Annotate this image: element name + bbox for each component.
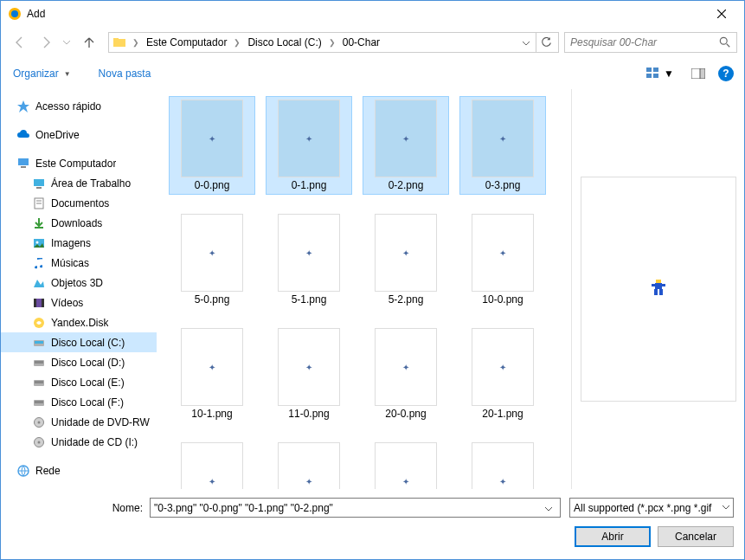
file-name: 0-2.png: [389, 179, 424, 191]
sidebar-item[interactable]: Yandex.Disk: [1, 312, 157, 332]
item-icon: [32, 336, 46, 350]
bottom-panel: Nome: All supported (*.pcx *.png *.gif A…: [1, 489, 744, 559]
file-dialog: Add ❯ Este Computador ❯ Disco Local (C:)…: [0, 0, 745, 560]
file-item[interactable]: ✦5-2.png: [363, 210, 449, 309]
svg-rect-14: [34, 179, 44, 186]
breadcrumb-item[interactable]: Disco Local (C:): [245, 35, 324, 50]
file-thumbnail: ✦: [375, 100, 437, 177]
filename-dropdown[interactable]: [541, 502, 556, 514]
thumbnails-icon: [646, 68, 660, 80]
item-icon: [32, 276, 46, 290]
forward-button[interactable]: [34, 30, 58, 55]
file-item[interactable]: ✦0-1.png: [266, 96, 352, 195]
file-thumbnail: ✦: [181, 100, 243, 177]
preview-pane-icon: [691, 68, 705, 79]
file-thumbnail: ✦: [472, 214, 534, 292]
file-item[interactable]: ✦11-0.png: [266, 325, 352, 423]
file-name: 11-0.png: [288, 408, 329, 420]
file-item[interactable]: ✦20-2.png: [169, 439, 255, 489]
item-icon: [32, 296, 46, 310]
sidebar-item[interactable]: Downloads: [1, 213, 157, 233]
sidebar-item[interactable]: Unidade de CD (I:): [1, 432, 157, 452]
file-item[interactable]: ✦10-1.png: [169, 325, 255, 423]
file-item[interactable]: ✦20-4.png: [363, 439, 449, 489]
breadcrumb-separator: ❯: [324, 38, 340, 47]
address-bar[interactable]: ❯ Este Computador ❯ Disco Local (C:) ❯ 0…: [108, 32, 559, 53]
svg-rect-31: [35, 381, 43, 383]
sidebar-item[interactable]: Disco Local (D:): [1, 352, 157, 372]
file-item[interactable]: ✦20-1.png: [459, 325, 546, 423]
chevron-down-icon: [63, 41, 70, 45]
computer-icon: [16, 157, 30, 171]
arrow-right-icon: [39, 35, 53, 49]
filetype-value: All supported (*.pcx *.png *.gif: [574, 502, 723, 514]
sidebar-item[interactable]: Unidade de DVD-RW: [1, 412, 157, 432]
recent-dropdown[interactable]: [60, 30, 74, 55]
sidebar-quick-access[interactable]: Acesso rápido: [1, 96, 157, 116]
address-dropdown[interactable]: [518, 36, 534, 48]
file-name: 5-0.png: [195, 293, 230, 306]
refresh-icon: [541, 37, 552, 48]
sidebar-network[interactable]: Rede: [1, 460, 157, 480]
organize-menu[interactable]: Organizar▼: [11, 64, 73, 83]
svg-rect-24: [42, 299, 44, 307]
item-icon: [32, 316, 46, 330]
file-thumbnail: ✦: [375, 214, 437, 292]
file-thumbnail: ✦: [375, 328, 437, 406]
sidebar-item[interactable]: Imagens: [1, 233, 157, 253]
back-button[interactable]: [8, 30, 32, 55]
file-item[interactable]: ✦0-2.png: [363, 96, 449, 195]
file-item[interactable]: ✦10-0.png: [459, 210, 546, 309]
cancel-button[interactable]: Cancelar: [658, 526, 734, 547]
sidebar-item[interactable]: Disco Local (F:): [1, 392, 157, 412]
filename-combobox[interactable]: [150, 498, 561, 518]
file-item[interactable]: ✦5-0.png: [169, 210, 255, 309]
file-name: 0-0.png: [195, 179, 230, 191]
close-button[interactable]: [702, 1, 741, 27]
preview-pane-button[interactable]: [687, 66, 710, 81]
sidebar-item[interactable]: Músicas: [1, 253, 157, 273]
search-box[interactable]: [564, 32, 737, 53]
refresh-button[interactable]: [536, 33, 556, 52]
item-icon: [32, 435, 46, 449]
sidebar-item[interactable]: Objetos 3D: [1, 273, 157, 293]
sidebar-item[interactable]: Disco Local (C:): [1, 332, 157, 352]
breadcrumb-item[interactable]: 00-Char: [340, 35, 382, 50]
file-item[interactable]: ✦5-1.png: [266, 210, 352, 309]
file-thumbnail: ✦: [278, 100, 340, 177]
arrow-left-icon: [13, 35, 27, 49]
preview-thumbnail: [581, 177, 736, 402]
dialog-body: Acesso rápido OneDrive Este Computador Á…: [1, 89, 744, 489]
file-item[interactable]: ✦20-5.png: [459, 439, 546, 489]
svg-rect-8: [653, 74, 658, 78]
new-folder-button[interactable]: Nova pasta: [97, 64, 153, 83]
up-button[interactable]: [79, 32, 100, 53]
sidebar-this-pc[interactable]: Este Computador: [1, 153, 157, 173]
file-name: 10-1.png: [191, 408, 232, 420]
svg-rect-15: [36, 187, 42, 189]
sidebar-item[interactable]: Vídeos: [1, 293, 157, 312]
item-icon: [32, 177, 46, 190]
open-button[interactable]: Abrir: [575, 526, 651, 547]
file-list[interactable]: ✦0-0.png✦0-1.png✦0-2.png✦0-3.png✦5-0.png…: [157, 89, 571, 489]
search-input[interactable]: [570, 36, 719, 48]
sidebar-item[interactable]: Documentos: [1, 193, 157, 213]
file-item[interactable]: ✦0-3.png: [459, 96, 546, 195]
filename-input[interactable]: [154, 502, 541, 514]
help-button[interactable]: ?: [718, 66, 734, 81]
file-item[interactable]: ✦20-3.png: [266, 439, 352, 489]
svg-rect-27: [35, 341, 43, 344]
view-mode-button[interactable]: ▼: [642, 65, 678, 82]
sidebar-item[interactable]: Disco Local (E:): [1, 372, 157, 392]
file-thumbnail: ✦: [181, 442, 243, 489]
breadcrumb-separator: ❯: [128, 38, 144, 47]
file-item[interactable]: ✦0-0.png: [169, 96, 255, 195]
file-item[interactable]: ✦20-0.png: [363, 325, 449, 423]
sidebar-onedrive[interactable]: OneDrive: [1, 125, 157, 145]
item-icon: [32, 415, 46, 429]
filetype-combobox[interactable]: All supported (*.pcx *.png *.gif: [569, 498, 734, 518]
sidebar-item[interactable]: Área de Trabalho: [1, 173, 157, 193]
svg-point-21: [36, 241, 39, 243]
breadcrumb-item[interactable]: Este Computador: [144, 35, 229, 50]
svg-point-35: [38, 421, 41, 423]
